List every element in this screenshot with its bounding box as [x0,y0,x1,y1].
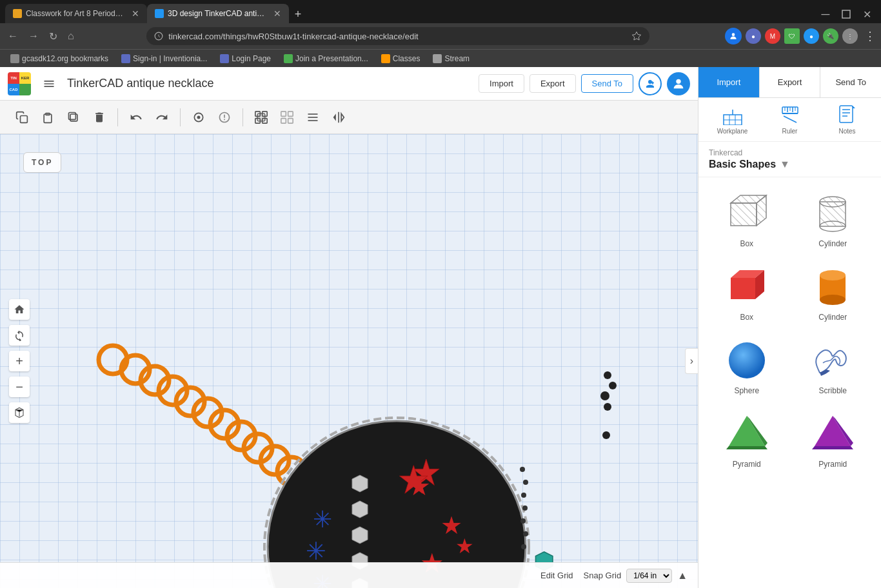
workplane-selector[interactable]: Workplane [704,98,761,141]
import-button[interactable]: Import [479,74,524,93]
canvas-controls: + − [9,299,30,423]
forward-button[interactable]: → [26,28,41,44]
undo-button[interactable] [124,106,148,129]
canvas-area[interactable]: TOP + − [0,134,698,588]
svg-point-24 [99,346,127,374]
shape-category-dropdown[interactable]: Basic Shapes ▼ [709,159,871,170]
shape-box-solid[interactable]: Box [706,259,787,327]
extension-icon-3[interactable]: 🛡 [784,28,800,44]
paste-button[interactable] [36,106,59,129]
align-button[interactable] [301,106,324,129]
svg-point-63 [521,493,526,498]
svg-text:★: ★ [455,534,474,558]
tab-close-1[interactable]: ✕ [132,8,139,19]
refresh-button[interactable]: ↻ [46,28,60,45]
bookmark-stream[interactable]: Stream [428,53,475,64]
svg-rect-94 [731,278,755,299]
export-button[interactable]: Export [530,74,576,93]
extension-icon-5[interactable]: 🔌 [823,28,838,44]
bookmark-classes[interactable]: Classes [376,53,426,64]
canvas-bottom-bar: Edit Grid Snap Grid 1/64 in 1/32 in 1/16… [0,562,698,588]
svg-point-64 [522,505,528,511]
mirror-button[interactable] [327,106,350,129]
shape-selector-row: Workplane Ruler [698,98,881,142]
svg-rect-4 [21,115,28,122]
svg-rect-15 [257,113,265,121]
back-button[interactable]: ← [5,28,21,44]
send-to-panel-button[interactable]: Send To [820,67,881,97]
svg-text:✳: ✳ [306,538,326,565]
minimize-button[interactable]: ─ [817,5,835,23]
shape-box-wire[interactable]: Box [706,185,787,253]
shape-cylinder-solid[interactable]: Cylinder [793,259,874,327]
extension-icon-4[interactable]: ● [804,28,819,44]
panel-brand-label: Tinkercad [709,148,871,157]
bookmark-icon-login [220,54,229,63]
extension-icon-2[interactable]: M [765,28,780,44]
rotate-view-button[interactable] [9,325,30,346]
svg-point-61 [520,467,525,472]
svg-marker-106 [812,446,853,449]
hamburger-menu-button[interactable] [39,74,59,94]
redo-button[interactable] [150,106,173,129]
extension-icon-6[interactable]: ⋮ [842,28,858,44]
svg-rect-0 [842,10,850,18]
ruler-selector[interactable]: Ruler [761,98,818,141]
ungroup-button[interactable] [275,106,299,129]
import-panel-button[interactable]: Import [698,67,759,97]
tinkercad-logo[interactable]: TIN KER CAD [8,72,31,95]
shape-cylinder-wire[interactable]: Cylinder [793,185,874,253]
new-tab-button[interactable]: + [289,5,307,23]
zoom-in-button[interactable]: + [9,351,30,371]
star-icon[interactable] [631,31,642,41]
shape-pyramid-green[interactable]: Pyramid [706,406,787,474]
svg-marker-101 [729,416,765,446]
duplicate-button[interactable] [62,106,85,129]
snap-grid-expand-button[interactable]: ▲ [677,570,688,582]
shape-cylinder-wire-label: Cylinder [818,239,847,248]
bookmark-login[interactable]: Login Page [215,53,276,64]
tab-close-2[interactable]: ✕ [273,8,281,19]
add-user-button[interactable] [638,72,662,95]
bookmark-icon-classes [381,54,390,63]
bookmark-join[interactable]: Join a Presentation... [279,53,373,64]
shape-scribble[interactable]: Scribble [793,332,874,400]
light-button[interactable] [213,106,236,129]
shape-cylinder-wire-icon [807,190,858,235]
bookmark-signin[interactable]: Sign-in | Inventionia... [116,53,212,64]
bookmark-icon-join [284,54,293,63]
group-button[interactable] [250,106,273,129]
profile-icon[interactable] [725,28,742,44]
zoom-out-button[interactable]: − [9,377,30,397]
shape-sphere[interactable]: Sphere [706,332,787,400]
browser-tab-2[interactable]: 3D design TinkerCAD antique ne... ✕ [147,4,289,23]
bookmark-gcasdk[interactable]: gcasdk12.org bookmarks [5,53,114,64]
menu-button[interactable]: ⋮ [864,29,876,43]
edit-grid-button[interactable]: Edit Grid [540,571,573,580]
address-bar[interactable]: tinkercad.com/things/hwR0Stbuw1t-tinkerc… [146,27,649,45]
extension-icon-1[interactable]: ● [746,28,761,44]
shape-pyramid-purple[interactable]: Pyramid [793,406,874,474]
home-button[interactable]: ⌂ [65,28,77,44]
browser-tab-1[interactable]: Classwork for Art 8 Period 1, M... ✕ [5,4,147,23]
svg-point-99 [820,295,846,305]
app-topbar: TIN KER CAD TinkerCAD antique necklace I… [0,67,698,101]
copy-button[interactable] [10,106,34,129]
home-view-button[interactable] [9,299,30,320]
send-to-button[interactable]: Send To [581,74,633,93]
maximize-button[interactable] [837,5,855,23]
view-cube-button[interactable] [9,402,30,423]
export-panel-button[interactable]: Export [759,67,820,97]
notes-selector[interactable]: Notes [818,98,876,141]
tab-label-2: 3D design TinkerCAD antique ne... [168,9,266,18]
toolbar-separator-1 [117,108,118,126]
panel-collapse-button[interactable]: › [685,348,698,374]
delete-button[interactable] [88,106,111,129]
svg-line-81 [784,116,797,122]
close-button[interactable]: ✕ [858,5,876,23]
user-avatar[interactable] [667,72,690,95]
snap-grid-select[interactable]: 1/64 in 1/32 in 1/16 in 1/8 in [626,569,672,583]
camera-button[interactable] [187,106,210,129]
browser-chrome: Classwork for Art 8 Period 1, M... ✕ 3D … [0,0,881,67]
bookmark-label-signin: Sign-in | Inventionia... [133,54,207,63]
